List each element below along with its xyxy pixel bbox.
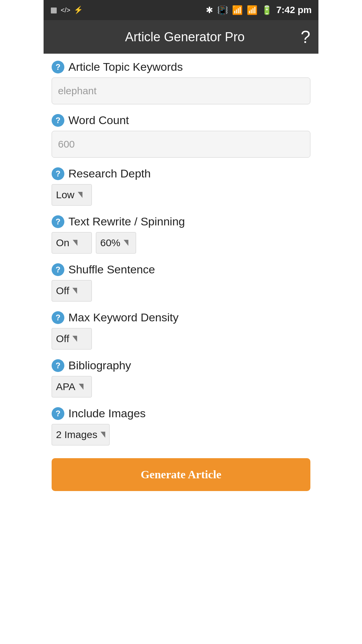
status-bar: ▦ </> ⚡ ✱ 📳 📶 📶 🔋 7:42 pm xyxy=(44,0,318,20)
max-keyword-density-help-icon[interactable]: ? xyxy=(52,311,64,324)
include-images-label: ? Include Images xyxy=(52,407,310,420)
text-rewrite-onoff-arrow-icon xyxy=(73,240,77,246)
max-keyword-density-section: ? Max Keyword Density Off xyxy=(52,311,310,350)
signal-icon: 📶 xyxy=(247,5,257,15)
include-images-section: ? Include Images 2 Images xyxy=(52,407,310,445)
text-rewrite-section: ? Text Rewrite / Spinning On 60% xyxy=(52,215,310,254)
word-count-label: ? Word Count xyxy=(52,114,310,127)
research-depth-arrow-icon xyxy=(78,192,82,198)
shuffle-sentence-help-icon[interactable]: ? xyxy=(52,263,64,276)
text-rewrite-percent-arrow-icon xyxy=(124,240,128,246)
status-left-icons: ▦ </> ⚡ xyxy=(50,6,83,14)
text-rewrite-percent-dropdown[interactable]: 60% xyxy=(96,232,136,254)
app-header: Article Generator Pro ? xyxy=(44,20,318,54)
max-keyword-density-dropdown[interactable]: Off xyxy=(52,328,92,350)
main-content: ? Article Topic Keywords ? Word Count ? … xyxy=(44,54,318,498)
bibliography-label: ? Bibliography xyxy=(52,359,310,372)
code-icon: </> xyxy=(61,6,70,14)
status-right-icons: ✱ 📳 📶 📶 🔋 7:42 pm xyxy=(206,5,312,15)
word-count-input[interactable] xyxy=(52,131,310,158)
article-topic-help-icon[interactable]: ? xyxy=(52,61,64,73)
max-keyword-density-arrow-icon xyxy=(72,336,77,342)
header-help-icon[interactable]: ? xyxy=(301,27,310,47)
text-rewrite-dropdowns: On 60% xyxy=(52,232,310,254)
max-keyword-density-label: ? Max Keyword Density xyxy=(52,311,310,324)
bluetooth-icon: ✱ xyxy=(206,5,213,15)
shuffle-sentence-label: ? Shuffle Sentence xyxy=(52,263,310,276)
article-topic-label: ? Article Topic Keywords xyxy=(52,60,310,73)
shuffle-sentence-section: ? Shuffle Sentence Off xyxy=(52,263,310,302)
research-depth-label: ? Research Depth xyxy=(52,167,310,180)
bibliography-arrow-icon xyxy=(79,384,83,390)
bibliography-section: ? Bibliography APA xyxy=(52,359,310,397)
shuffle-sentence-dropdown[interactable]: Off xyxy=(52,280,92,302)
text-rewrite-label: ? Text Rewrite / Spinning xyxy=(52,215,310,228)
shuffle-sentence-arrow-icon xyxy=(72,288,77,294)
research-depth-dropdown[interactable]: Low xyxy=(52,184,92,206)
research-depth-section: ? Research Depth Low xyxy=(52,167,310,206)
text-rewrite-onoff-dropdown[interactable]: On xyxy=(52,232,92,254)
include-images-help-icon[interactable]: ? xyxy=(52,407,64,420)
generate-article-button[interactable]: Generate Article xyxy=(52,458,310,491)
article-topic-section: ? Article Topic Keywords xyxy=(52,60,310,104)
app-title: Article Generator Pro xyxy=(69,30,301,44)
usb-icon: ⚡ xyxy=(74,6,83,14)
screen-icon: ▦ xyxy=(50,6,57,14)
time-display: 7:42 pm xyxy=(276,5,312,15)
include-images-dropdown[interactable]: 2 Images xyxy=(52,424,110,445)
text-rewrite-help-icon[interactable]: ? xyxy=(52,215,64,228)
word-count-section: ? Word Count xyxy=(52,114,310,158)
wifi-icon: 📶 xyxy=(232,5,243,15)
research-depth-help-icon[interactable]: ? xyxy=(52,167,64,180)
battery-icon: 🔋 xyxy=(261,5,272,15)
vibrate-icon: 📳 xyxy=(217,5,228,15)
bibliography-help-icon[interactable]: ? xyxy=(52,359,64,372)
article-topic-input[interactable] xyxy=(52,77,310,104)
bibliography-dropdown[interactable]: APA xyxy=(52,376,92,397)
word-count-help-icon[interactable]: ? xyxy=(52,114,64,127)
include-images-arrow-icon xyxy=(101,432,105,438)
